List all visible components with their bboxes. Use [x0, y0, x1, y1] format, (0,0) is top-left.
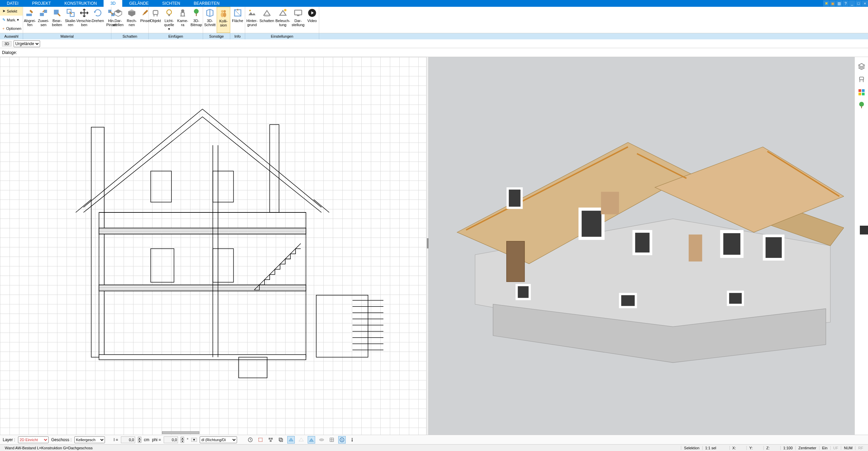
view-select[interactable]: Urgelände: [14, 40, 40, 47]
status-selektion: Selektion: [681, 446, 702, 450]
ribbon-btn-label: Licht-: [165, 19, 174, 23]
north-icon[interactable]: N: [338, 436, 346, 444]
ribbon-btn-kollision[interactable]: Kolli-sion: [217, 7, 230, 33]
menu-tab-bearbeiten[interactable]: BEARBEITEN: [187, 0, 227, 7]
menu-tab-projekt[interactable]: PROJEKT: [25, 0, 57, 7]
furniture-icon[interactable]: [857, 75, 866, 83]
menu-tab-gelaende[interactable]: GELÄNDE: [122, 0, 155, 7]
phi-spinner[interactable]: ▲▼: [181, 437, 184, 443]
ribbon-btn-abgreifen[interactable]: Abgrei-fen: [23, 7, 37, 33]
ribbon-btn-bearbeiten[interactable]: Bear-beiten: [50, 7, 64, 33]
status-left: Wand AW-Bestand L=Konstruktion G=Dachges…: [2, 446, 681, 450]
selection-box-icon[interactable]: [257, 436, 264, 444]
layers-icon[interactable]: [857, 62, 866, 71]
menu-tab-konstruktion[interactable]: KONSTRUKTION: [58, 0, 104, 7]
l-input[interactable]: [121, 436, 135, 443]
copy-icon[interactable]: [277, 436, 285, 444]
ribbon-btn-verschieben[interactable]: Verschie-ben: [77, 7, 91, 33]
ribbon-btn-label: Schatten: [259, 19, 274, 23]
tools-icon[interactable]: ✖: [823, 0, 829, 6]
menu-tab-datei[interactable]: DATEI: [0, 0, 25, 7]
ribbon-btn-flaeche[interactable]: Fläche: [230, 7, 245, 33]
ribbon-btn-objekt[interactable]: Objekt: [149, 7, 162, 33]
palette-icon[interactable]: [857, 88, 866, 96]
abgreifen-icon: [25, 8, 35, 18]
layer-select[interactable]: 2D Einricht: [18, 436, 49, 443]
view-mode-3d[interactable]: 3D: [2, 41, 12, 46]
ribbon-btn-beleuchtung[interactable]: Beleuch-tung: [275, 7, 291, 33]
menu-tab-sichten[interactable]: SICHTEN: [156, 0, 187, 7]
bottom-toolbar: Layer : 2D Einricht Geschoss : Kellerges…: [0, 435, 868, 444]
ribbon-btn-3dschnitt[interactable]: 3D-Schnitt: [203, 7, 217, 33]
ribbon-btn-label: quelle ▾: [164, 23, 174, 31]
ribbon-btn-darstellung[interactable]: Dar-stellung: [291, 7, 305, 33]
dl-select[interactable]: dl (Richtung/Di: [200, 436, 237, 443]
svg-rect-34: [91, 127, 104, 357]
layer-visibility-1-icon[interactable]: [287, 436, 295, 444]
status-x: X:: [729, 446, 746, 450]
ribbon-btn-lichtquelle[interactable]: Licht-quelle ▾: [162, 7, 176, 33]
layer-visibility-3-icon[interactable]: [308, 436, 315, 444]
phi-input[interactable]: [164, 436, 178, 443]
phi-dropdown[interactable]: ▼: [191, 438, 197, 442]
settings-icon[interactable]: ▣: [830, 0, 836, 6]
geschoss-select[interactable]: Kellergesch: [74, 436, 105, 443]
ribbon-btn-label: Kame-: [177, 19, 188, 23]
ribbon-btn-3dbitmap[interactable]: 3D-Bitmap: [189, 7, 203, 33]
svg-line-52: [254, 243, 301, 290]
grid-toggle-icon[interactable]: [328, 436, 336, 444]
splitter[interactable]: [426, 57, 429, 435]
ribbon-btn-darstellen[interactable]: Dar-stellen: [111, 7, 125, 33]
menu-tab-3d[interactable]: 3D: [104, 0, 122, 7]
maximize-icon[interactable]: □: [855, 0, 862, 6]
ribbon-btn-label: Video: [307, 19, 317, 23]
svg-rect-54: [316, 295, 368, 357]
pane-2d-section[interactable]: [0, 57, 426, 435]
ribbon-btn-schatten2[interactable]: Schatten: [259, 7, 275, 33]
selekt-button[interactable]: ➤Selekt: [0, 7, 23, 16]
mark-button[interactable]: ✎Mark.▾: [0, 16, 23, 24]
title-bar-icons: ✖ ▣ ▥ ? _ □ ×: [823, 0, 868, 7]
l-spinner[interactable]: ▲▼: [138, 437, 141, 443]
ribbon-btn-label: Dar-: [114, 19, 122, 23]
ribbon-btn-label: 3D-: [193, 19, 199, 23]
ribbon-btn-label: beiten: [52, 23, 62, 27]
close-icon[interactable]: ×: [862, 0, 868, 6]
layer-visibility-2-icon[interactable]: [297, 436, 305, 444]
group-icon[interactable]: [267, 436, 274, 444]
svg-rect-96: [858, 89, 861, 92]
svg-rect-50: [151, 249, 174, 282]
ribbon-btn-rechnen[interactable]: Rech-nen: [125, 7, 139, 33]
windows-icon[interactable]: ▥: [836, 0, 842, 6]
ribbon-btn-video[interactable]: Video: [305, 7, 319, 33]
group-label-einfuegen: Einfügen: [149, 33, 203, 39]
drehen-icon: [93, 8, 103, 18]
ribbon-btn-zuweisen[interactable]: Zuwei-sen: [37, 7, 50, 33]
ribbon-btn-label: Beleuch-: [275, 19, 290, 23]
info-icon[interactable]: [348, 436, 356, 444]
svg-point-24: [249, 10, 251, 12]
layer-visibility-4-icon[interactable]: [318, 436, 325, 444]
horizontal-scrollbar-thumb[interactable]: [162, 431, 199, 434]
ribbon-btn-kamera[interactable]: Kame-ra: [176, 7, 189, 33]
minimize-icon[interactable]: _: [849, 0, 855, 6]
svg-rect-8: [153, 11, 158, 15]
tree-icon[interactable]: [857, 101, 866, 109]
right-panel-handle[interactable]: [860, 226, 868, 234]
ribbon-btn-hintergrund[interactable]: Hinter-grund: [245, 7, 259, 33]
ribbon-group-schatten: Dar-stellenRech-nenPinsel: [111, 7, 149, 33]
optionen-button[interactable]: +Optionen: [0, 24, 23, 33]
svg-point-14: [194, 9, 199, 14]
kollision-icon: [219, 8, 228, 18]
svg-rect-82: [765, 237, 782, 258]
help-icon[interactable]: ?: [843, 0, 849, 6]
view-bar: 3D Urgelände: [0, 39, 868, 48]
ribbon-btn-skalieren[interactable]: Skalie-ren: [64, 7, 77, 33]
svg-rect-105: [271, 438, 272, 439]
clock-icon[interactable]: [247, 436, 254, 444]
ribbon-btn-label: fen: [27, 23, 32, 27]
ribbon-btn-drehen[interactable]: Drehen: [91, 7, 105, 33]
status-y: Y:: [746, 446, 763, 450]
group-label-auswahl: Auswahl: [0, 33, 23, 39]
pane-3d-view[interactable]: [429, 57, 855, 435]
